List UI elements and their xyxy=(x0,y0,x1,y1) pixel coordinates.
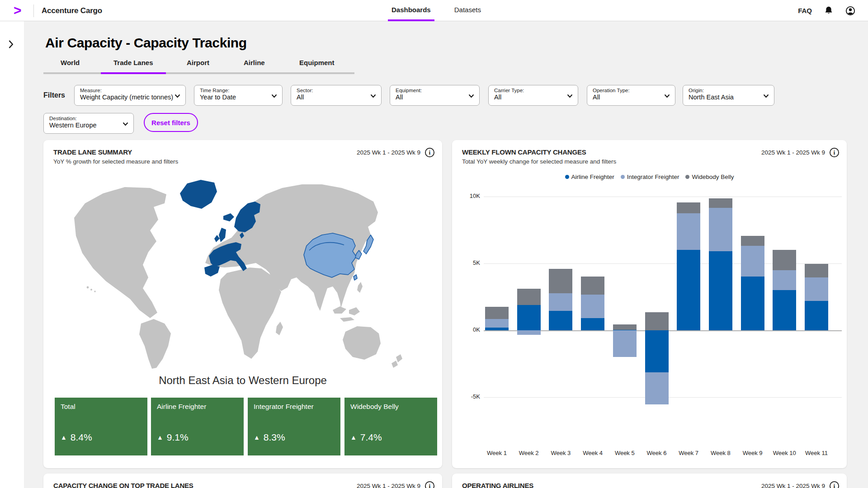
date-range: 2025 Wk 1 - 2025 Wk 9 xyxy=(357,149,420,156)
x-tick-week-11: Week 11 xyxy=(801,450,832,456)
info-icon[interactable]: i xyxy=(425,481,435,488)
svg-text:i: i xyxy=(834,483,835,488)
bar-week-11-widebody-belly[interactable] xyxy=(805,264,828,277)
x-tick-week-3: Week 3 xyxy=(545,450,576,456)
bar-week-6-integrator-freighter[interactable] xyxy=(645,372,669,404)
chevron-down-icon xyxy=(370,94,376,98)
tab-trade-lanes[interactable]: Trade Lanes xyxy=(113,59,153,72)
info-icon[interactable]: i xyxy=(425,147,435,158)
tab-airport[interactable]: Airport xyxy=(187,59,209,72)
chevron-down-icon xyxy=(664,94,670,98)
capacity-change-top-trade-lanes-card: CAPACITY CHANGE ON TOP TRADE LANES 2025 … xyxy=(43,474,442,488)
map-region-madagascar xyxy=(276,322,283,335)
card-date-row: 2025 Wk 1 - 2025 Wk 9 i xyxy=(357,481,435,488)
nav-datasets[interactable]: Datasets xyxy=(451,0,485,21)
world-map xyxy=(61,174,423,369)
tab-airline[interactable]: Airline xyxy=(244,59,265,72)
kpi-airline-freighter: Airline Freighter ▲9.1% xyxy=(151,398,244,455)
bar-week-9-widebody-belly[interactable] xyxy=(741,236,764,246)
map-region-australia xyxy=(343,326,381,360)
bar-week-11-integrator-freighter[interactable] xyxy=(805,277,828,301)
destination-dropdown[interactable]: Destination: Western Europe xyxy=(43,113,134,134)
bar-week-1-airline-freighter[interactable] xyxy=(485,328,509,330)
bar-week-10-widebody-belly[interactable] xyxy=(773,250,796,270)
time-range-dropdown[interactable]: Time Range: Year to Date xyxy=(194,85,283,106)
map-island-dot xyxy=(94,291,96,292)
svg-text:i: i xyxy=(429,483,431,488)
bar-week-2-airline-freighter[interactable] xyxy=(517,305,541,330)
card-subtitle: YoY % growth for selected measure and fi… xyxy=(53,158,178,165)
map-region-north-america xyxy=(74,187,166,318)
bar-week-4-airline-freighter[interactable] xyxy=(581,318,604,330)
x-tick-week-2: Week 2 xyxy=(513,450,545,456)
bar-week-1-integrator-freighter[interactable] xyxy=(485,319,509,328)
bar-week-7-widebody-belly[interactable] xyxy=(677,202,700,213)
card-date-row: 2025 Wk 1 - 2025 Wk 9 i xyxy=(357,147,435,158)
collapsed-sidebar xyxy=(0,21,24,488)
y-tick--5K: -5K xyxy=(458,393,480,400)
bar-week-4-integrator-freighter[interactable] xyxy=(581,295,604,318)
date-range: 2025 Wk 1 - 2025 Wk 9 xyxy=(357,483,420,488)
bar-week-2-integrator-freighter[interactable] xyxy=(517,330,541,335)
chevron-down-icon xyxy=(175,94,180,98)
bar-week-8-airline-freighter[interactable] xyxy=(709,251,732,330)
bar-week-10-airline-freighter[interactable] xyxy=(773,290,796,330)
measure-dropdown[interactable]: Measure: Weight Capacity (metric tonnes) xyxy=(74,85,186,106)
sidebar-expand-chevron-icon[interactable] xyxy=(8,40,14,48)
app-brand: Accenture Cargo xyxy=(42,6,102,15)
up-triangle-icon: ▲ xyxy=(254,434,260,441)
card-title: OPERATING AIRLINES xyxy=(462,482,533,488)
weekly-flown-capacity-card: WEEKLY FLOWN CAPACITY CHANGES Total YoY … xyxy=(452,140,847,468)
bar-week-3-airline-freighter[interactable] xyxy=(549,311,572,330)
faq-link[interactable]: FAQ xyxy=(798,7,812,14)
bar-week-6-widebody-belly[interactable] xyxy=(645,312,669,330)
bar-week-9-airline-freighter[interactable] xyxy=(741,277,764,330)
top-header: > Accenture Cargo Dashboards Datasets FA… xyxy=(0,0,868,21)
carrier-type-dropdown[interactable]: Carrier Type: All xyxy=(488,85,578,106)
bar-week-8-widebody-belly[interactable] xyxy=(709,198,732,208)
operation-type-dropdown[interactable]: Operation Type: All xyxy=(587,85,675,106)
air-capacity-dashboard: { "header": { "brand": "Accenture Cargo"… xyxy=(0,0,868,488)
bar-week-10-integrator-freighter[interactable] xyxy=(773,270,796,290)
info-icon[interactable]: i xyxy=(829,481,840,488)
sector-dropdown[interactable]: Sector: All xyxy=(291,85,382,106)
card-title: CAPACITY CHANGE ON TOP TRADE LANES xyxy=(53,482,193,488)
account-icon[interactable] xyxy=(845,6,855,16)
bar-week-9-integrator-freighter[interactable] xyxy=(741,246,764,277)
bar-week-5-integrator-freighter[interactable] xyxy=(613,330,637,357)
bar-week-7-airline-freighter[interactable] xyxy=(677,250,700,330)
kpi-value: 8.4% xyxy=(71,432,92,443)
bar-week-3-widebody-belly[interactable] xyxy=(549,269,572,294)
header-actions: FAQ xyxy=(798,0,855,21)
card-date-row: 2025 Wk 1 - 2025 Wk 9 i xyxy=(761,481,840,488)
bar-week-8-integrator-freighter[interactable] xyxy=(709,208,732,251)
bar-week-1-widebody-belly[interactable] xyxy=(485,307,509,319)
bar-week-5-widebody-belly[interactable] xyxy=(613,324,637,330)
equipment-dropdown[interactable]: Equipment: All xyxy=(390,85,480,106)
x-tick-week-8: Week 8 xyxy=(705,450,736,456)
page-title: Air Capacity - Capacity Tracking xyxy=(45,35,247,51)
tab-world[interactable]: World xyxy=(61,59,80,72)
bar-week-11-airline-freighter[interactable] xyxy=(805,301,828,330)
bar-week-3-integrator-freighter[interactable] xyxy=(549,293,572,311)
bell-icon[interactable] xyxy=(824,6,834,16)
bar-week-6-airline-freighter[interactable] xyxy=(645,330,669,372)
filters-label: Filters xyxy=(43,91,65,99)
x-tick-week-9: Week 9 xyxy=(737,450,769,456)
svg-text:i: i xyxy=(429,149,431,156)
nav-dashboards[interactable]: Dashboards xyxy=(388,0,434,21)
bar-week-7-integrator-freighter[interactable] xyxy=(677,213,700,250)
tab-equipment[interactable]: Equipment xyxy=(299,59,335,72)
map-region-south-america xyxy=(139,319,171,369)
x-tick-week-1: Week 1 xyxy=(481,450,513,456)
trade-lane-summary-card: TRADE LANE SUMMARY YoY % growth for sele… xyxy=(43,140,442,468)
chevron-down-icon xyxy=(468,94,474,98)
x-tick-week-6: Week 6 xyxy=(641,450,673,456)
reset-filters-button[interactable]: Reset filters xyxy=(144,113,198,132)
accenture-logo-icon: > xyxy=(14,3,22,18)
bar-week-4-widebody-belly[interactable] xyxy=(581,277,604,295)
bar-week-2-widebody-belly[interactable] xyxy=(517,289,541,305)
origin-dropdown[interactable]: Origin: North East Asia xyxy=(683,85,774,106)
chevron-down-icon xyxy=(763,94,769,98)
date-range: 2025 Wk 1 - 2025 Wk 9 xyxy=(761,483,825,488)
